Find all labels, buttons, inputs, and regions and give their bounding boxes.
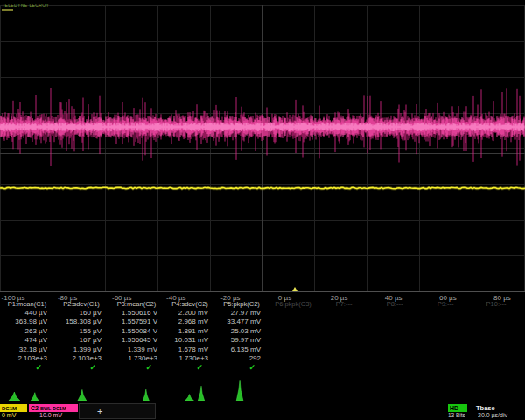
measure-value: 1.550084 V (108, 327, 164, 336)
measure-value: 474 µV (0, 336, 54, 345)
channel-c2-descriptor[interactable]: C2 BWL DC1M (29, 404, 78, 412)
measure-value: 1.891 mV (164, 327, 215, 336)
measure-value: 32.18 µV (0, 346, 54, 354)
measure-value: 2.200 mV (164, 309, 215, 318)
measure-value: 1.557591 V (108, 318, 164, 326)
measure-value: 1.730e+3 (108, 354, 164, 363)
table-row: 440 µV160 µV1.550616 V2.200 mV27.97 mV (0, 309, 525, 318)
measure-header-p7[interactable]: P7:--- (318, 299, 369, 309)
measure-value: 158.308 µV (54, 318, 108, 326)
measure-header-p3[interactable]: P3:mean(C2) (108, 299, 164, 309)
measure-header-p6[interactable]: P6:pkpk(C3) (268, 299, 318, 309)
histicon[interactable] (60, 378, 108, 401)
measure-value: 1.339 mV (108, 346, 164, 354)
table-row: 474 µV167 µV1.556645 V10.031 mV59.97 mV (0, 336, 525, 345)
histicon[interactable] (170, 378, 219, 401)
measure-status-ok: ✓ (54, 363, 108, 372)
measure-value: 27.97 mV (215, 309, 268, 318)
plus-icon: + (97, 406, 102, 416)
measure-value: 6.135 mV (215, 346, 268, 354)
c2-name-label: C2 (31, 405, 38, 411)
measure-status-ok: ✓ (164, 363, 215, 372)
measure-value: 160 µV (54, 309, 108, 318)
measure-header-p1[interactable]: P1:mean(C1) (0, 299, 54, 309)
table-row: 32.18 µV1.399 µV1.339 mV1.678 mV6.135 mV (0, 346, 525, 354)
measure-header-p10[interactable]: P10:--- (471, 299, 522, 309)
trigger-position-marker[interactable] (292, 287, 298, 291)
measure-value: 263 µV (0, 327, 54, 336)
oscilloscope-screen: TELEDYNE LECROY -100 µs-80 µs-60 µs-40 µ… (0, 0, 525, 420)
measure-value: 440 µV (0, 309, 54, 318)
c1-coupling-label: DC1M (2, 406, 17, 411)
measure-status-ok: ✓ (215, 363, 268, 372)
c2-coupling-label: BWL DC1M (40, 406, 66, 411)
hd-label: HD (450, 405, 458, 411)
measure-value: 292 (215, 354, 268, 363)
table-row: 263 µV155 µV1.550084 V1.891 mV25.03 mV (0, 327, 525, 336)
c2-volts-per-div[interactable]: 10.0 mV (39, 412, 62, 418)
measure-value: 1.678 mV (164, 346, 215, 354)
table-row: 2.103e+32.103e+31.730e+31.730e+3292 (0, 354, 525, 363)
c1-volts-per-div[interactable]: 0 mV (2, 412, 16, 418)
measure-value: 2.103e+3 (54, 354, 108, 363)
measure-value: 2.968 mV (164, 318, 215, 326)
measure-status-ok: ✓ (0, 363, 54, 372)
measure-value: 155 µV (54, 327, 108, 336)
channel-c1-descriptor[interactable]: DC1M (0, 404, 27, 412)
measure-value: 59.97 mV (215, 336, 268, 345)
measure-value: 1.399 µV (54, 346, 108, 354)
measure-value: 33.477 mV (215, 318, 268, 326)
measure-value: 25.03 mV (215, 327, 268, 336)
table-row: P1:mean(C1)P2:sdev(C1)P3:mean(C2)P4:sdev… (0, 299, 525, 309)
table-row: ✓✓✓✓✓ (0, 363, 525, 372)
measure-value: 10.031 mV (164, 336, 215, 345)
timebase-value[interactable]: 20.0 µs/div (478, 412, 525, 418)
histicon[interactable] (5, 378, 54, 401)
histicon[interactable] (222, 378, 271, 401)
measure-header-p2[interactable]: P2:sdev(C1) (54, 299, 108, 309)
measure-header-p4[interactable]: P4:sdev(C2) (164, 299, 215, 309)
hd-bits-label: 13 Bits (448, 412, 466, 418)
measure-header-p5[interactable]: P5:pkpk(C2) (215, 299, 268, 309)
measure-header-p8[interactable]: P8:--- (369, 299, 420, 309)
add-trace-button[interactable]: + (79, 403, 156, 419)
hd-mode-badge[interactable]: HD (448, 404, 467, 412)
measure-value: 2.103e+3 (0, 354, 54, 363)
measure-value: 1.730e+3 (164, 354, 215, 363)
histicons (0, 376, 525, 402)
histicon[interactable] (116, 378, 164, 401)
measure-value: 167 µV (54, 336, 108, 345)
measure-value: 363.98 µV (0, 318, 54, 326)
measure-table: P1:mean(C1)P2:sdev(C1)P3:mean(C2)P4:sdev… (0, 299, 525, 373)
measure-header-p9[interactable]: P9:--- (420, 299, 471, 309)
measure-status-ok: ✓ (108, 363, 164, 372)
table-row: 363.98 µV158.308 µV1.557591 V2.968 mV33.… (0, 318, 525, 326)
measure-value: 1.556645 V (108, 336, 164, 345)
timebase-descriptor[interactable]: Tbase (476, 404, 495, 412)
measure-value: 1.550616 V (108, 309, 164, 318)
